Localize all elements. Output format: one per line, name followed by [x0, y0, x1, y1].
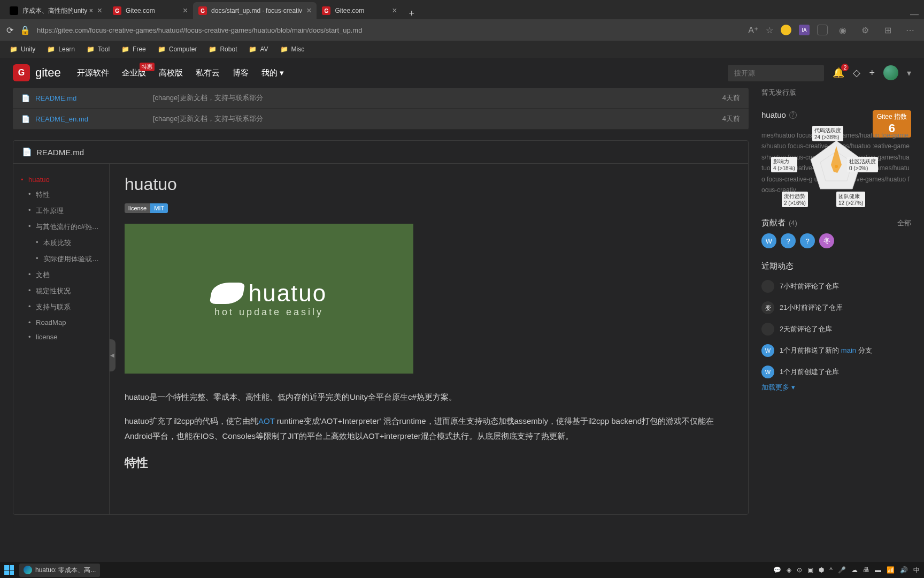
tray-icon[interactable]: ⬢: [819, 566, 824, 574]
bookmark-tool[interactable]: 📁Tool: [82, 43, 114, 55]
load-more-link[interactable]: 加载更多 ▾: [761, 383, 911, 392]
tray-icon[interactable]: ⊙: [797, 566, 802, 574]
browser-tab-0[interactable]: 序成本、高性能的unity × ×: [4, 2, 107, 19]
new-tab-button[interactable]: +: [402, 8, 421, 19]
section-heading: 特性: [125, 455, 733, 471]
collections-icon[interactable]: ⊞: [880, 22, 895, 37]
activity-item[interactable]: 变 21小时前评论了仓库: [761, 297, 911, 318]
site-logo[interactable]: G gitee: [13, 64, 61, 81]
readme-filename: README.md: [36, 148, 84, 157]
collapse-toc-handle[interactable]: ◀: [110, 339, 116, 371]
bird-icon: [209, 283, 245, 304]
tray-printer-icon[interactable]: 🖶: [863, 566, 869, 574]
toc-item[interactable]: 文档: [19, 267, 104, 283]
tray-battery-icon[interactable]: ▬: [875, 566, 881, 574]
commit-msg: [change]更新文档，支持与联系部分: [153, 93, 722, 103]
plus-icon[interactable]: +: [869, 67, 875, 79]
info-icon[interactable]: ?: [789, 111, 797, 119]
file-row[interactable]: 📄 README.md [change]更新文档，支持与联系部分 4天前: [13, 88, 749, 109]
tray-cloud-icon[interactable]: ☁: [851, 566, 858, 574]
commit-time: 4天前: [722, 93, 740, 103]
notification-icon[interactable]: 🔔2: [833, 67, 844, 79]
tray-icon[interactable]: ▣: [807, 566, 813, 574]
activity-title: 近期动态: [761, 261, 911, 271]
contributor-avatar[interactable]: W: [761, 233, 776, 248]
radar-label: 代码活跃度24 (>38%): [812, 126, 843, 141]
activity-item[interactable]: 2天前评论了仓库: [761, 318, 911, 340]
chevron-down-icon[interactable]: ▾: [907, 68, 911, 78]
tray-lang[interactable]: 中: [913, 566, 920, 575]
browser-tab-3[interactable]: G Gitee.com ×: [317, 2, 402, 19]
text-size-icon[interactable]: A⁺: [748, 25, 758, 35]
refresh-icon[interactable]: ⟳: [6, 25, 13, 35]
favorite-icon[interactable]: ☆: [766, 25, 773, 35]
url-text[interactable]: https://gitee.com/focus-creative-games/h…: [37, 26, 742, 34]
bookmark-misc[interactable]: 📁Misc: [276, 43, 309, 55]
lock-icon[interactable]: 🔒: [20, 25, 30, 35]
nav-enterprise[interactable]: 企业版特惠: [122, 68, 146, 78]
contributor-avatar[interactable]: 冬: [819, 233, 834, 248]
browser-tab-2[interactable]: G docs/start_up.md · focus-creativ ×: [193, 2, 317, 19]
toc-item[interactable]: license: [19, 330, 104, 344]
bookmark-unity[interactable]: 📁Unity: [5, 43, 40, 55]
toc-item[interactable]: 实际使用体验或者...: [19, 251, 104, 267]
nav-blog[interactable]: 博客: [233, 68, 249, 78]
close-icon[interactable]: ×: [392, 6, 397, 16]
bookmarks-bar: 📁Unity 📁Learn 📁Tool 📁Free 📁Computer 📁Rob…: [0, 41, 924, 58]
browser-tab-1[interactable]: G Gitee.com ×: [107, 2, 193, 19]
ext-icon-1[interactable]: [781, 25, 791, 35]
nav-opensource[interactable]: 开源软件: [77, 68, 109, 78]
tray-volume-icon[interactable]: 🔊: [900, 566, 908, 574]
aot-link[interactable]: AOT: [258, 416, 275, 425]
branch-link[interactable]: main: [841, 346, 856, 354]
toc-item[interactable]: 稳定性状况: [19, 283, 104, 299]
radar-label: 团队健康12 (>27%): [836, 192, 865, 207]
all-link[interactable]: 全部: [897, 218, 911, 228]
site-header: G gitee 开源软件 企业版特惠 高校版 私有云 博客 我的 ▾ 🔔2 ◇ …: [0, 58, 924, 88]
bookmark-learn[interactable]: 📁Learn: [43, 43, 79, 55]
taskbar-app[interactable]: huatuo: 零成本、高...: [19, 564, 100, 577]
activity-item[interactable]: W 1个月前创建了仓库: [761, 361, 911, 383]
ext-icon-2[interactable]: IA: [799, 25, 810, 35]
close-icon[interactable]: ×: [306, 6, 311, 16]
nav-mine[interactable]: 我的 ▾: [261, 68, 284, 78]
tray-wifi-icon[interactable]: 📶: [887, 566, 895, 574]
tray-wechat-icon[interactable]: 💬: [773, 566, 781, 574]
user-avatar[interactable]: [883, 65, 898, 80]
tray-chevron-up-icon[interactable]: ^: [829, 566, 833, 574]
bookmark-robot[interactable]: 📁Robot: [204, 43, 241, 55]
tray-mic-icon[interactable]: 🎤: [838, 566, 846, 574]
toc-item[interactable]: 工作原理: [19, 203, 104, 219]
toc-item[interactable]: 特性: [19, 187, 104, 203]
nav-cloud[interactable]: 私有云: [196, 68, 220, 78]
marker-icon[interactable]: ◇: [853, 67, 860, 79]
minimize-icon[interactable]: —: [910, 10, 919, 19]
close-icon[interactable]: ×: [183, 6, 188, 16]
bookmark-av[interactable]: 📁AV: [244, 43, 272, 55]
file-row[interactable]: 📄 README_en.md [change]更新文档，支持与联系部分 4天前: [13, 109, 749, 130]
toc-item[interactable]: 与其他流行的c#热更...: [19, 219, 104, 235]
contributor-avatar[interactable]: ?: [800, 233, 815, 248]
start-button[interactable]: [4, 565, 14, 575]
activity-item[interactable]: 7小时前评论了仓库: [761, 276, 911, 297]
close-icon[interactable]: ×: [97, 6, 102, 16]
extensions-icon[interactable]: ⚙: [858, 22, 873, 37]
license-badge[interactable]: license MIT: [125, 203, 168, 213]
activity-item[interactable]: W 1个月前推送了新的 main 分支: [761, 340, 911, 361]
toc-item[interactable]: huatuo: [19, 172, 104, 187]
bookmark-computer[interactable]: 📁Computer: [153, 43, 202, 55]
nav-education[interactable]: 高校版: [159, 68, 183, 78]
ext-icon-4[interactable]: ◉: [835, 22, 850, 37]
tray-icon[interactable]: ◈: [787, 566, 791, 574]
search-input[interactable]: [728, 65, 824, 81]
toc-item[interactable]: 支持与联系: [19, 299, 104, 315]
file-name[interactable]: README_en.md: [35, 115, 153, 123]
menu-icon[interactable]: ⋯: [903, 22, 918, 37]
ext-icon-3[interactable]: [817, 25, 828, 35]
toc-item[interactable]: RoadMap: [19, 315, 104, 330]
toc-item[interactable]: 本质比较: [19, 235, 104, 251]
contributor-avatar[interactable]: ?: [781, 233, 796, 248]
file-name[interactable]: README.md: [35, 94, 153, 102]
table-of-contents: huatuo 特性 工作原理 与其他流行的c#热更... 本质比较 实际使用体验…: [13, 164, 110, 514]
bookmark-free[interactable]: 📁Free: [117, 43, 150, 55]
